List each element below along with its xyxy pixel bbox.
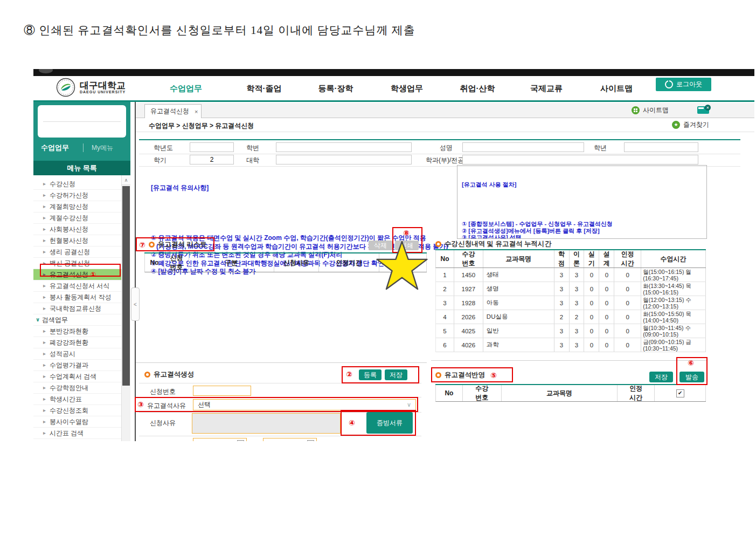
table-row: 6 4026 과학 3 3 0 0 0 금(09:00~10:15) 금(10:… xyxy=(435,338,706,352)
sidebar-section-search[interactable]: 검색업무 xyxy=(33,314,121,326)
col-credit: 학 점 xyxy=(554,250,570,268)
sidebar-item[interactable]: 수강신청조회 xyxy=(33,405,121,416)
reason-label: 유고결석사유 xyxy=(147,401,186,410)
close-window-icon[interactable] xyxy=(697,106,709,114)
nav-sitemap[interactable]: 사이트맵 xyxy=(600,84,633,94)
sidebar-collapse-button[interactable]: < xyxy=(131,287,140,321)
semester-label: 학기 xyxy=(154,156,167,165)
semester-input[interactable] xyxy=(190,155,234,164)
sidebar-tab-work[interactable]: 수업업무 xyxy=(41,143,69,153)
logo-title: 대구대학교 xyxy=(80,81,126,90)
delete-button[interactable]: 삭제 xyxy=(369,241,392,250)
detail-textarea[interactable] xyxy=(192,413,341,434)
sidebar-item[interactable]: 계절희망신청 xyxy=(33,201,121,212)
evidence-button[interactable]: 증빙서류 xyxy=(366,412,413,434)
studentno-input[interactable] xyxy=(276,142,412,152)
period-separator: ~ xyxy=(253,440,257,441)
col-check: ✔ xyxy=(655,385,706,401)
sidebar-tab-mymenu[interactable]: My메뉴 xyxy=(92,143,113,153)
sidebar-item[interactable]: 봉사이수열람 xyxy=(33,416,121,428)
college-input[interactable] xyxy=(276,155,412,164)
period-end-input[interactable] xyxy=(263,438,317,441)
scrollbar-thumb[interactable] xyxy=(122,186,130,386)
major-input[interactable] xyxy=(462,155,698,164)
college-label: 대학 xyxy=(246,156,259,165)
sidebar-item[interactable]: 유고결석신청서 서식 xyxy=(33,280,121,292)
create-section-title: 유고결석생성 xyxy=(154,370,194,379)
sidebar-item[interactable]: 사회봉사신청 xyxy=(33,224,121,235)
sidebar-item[interactable]: 수업평가결과 xyxy=(33,360,121,371)
table-row: 3 1928 아동 3 3 0 0 0 월(12:00~13:15) 수(12:… xyxy=(435,296,706,310)
nav-student[interactable]: 학생업무 xyxy=(391,84,423,94)
nav-records[interactable]: 학적·졸업 xyxy=(247,84,282,94)
save-button[interactable]: 저장 xyxy=(385,369,407,380)
nav-registration[interactable]: 등록·장학 xyxy=(318,84,353,94)
enroll-table: No 수강 번호 교과목명 학 점 이 론 실 기 설 계 인정 시간 수업시간… xyxy=(435,249,706,352)
sitemap-shortcut[interactable]: 사이트맵 xyxy=(632,106,669,115)
breadcrumb-row: 수업업무 > 신청업무 > 유고결석신청 ★ 즐겨찾기 xyxy=(136,118,754,132)
sidebar-item[interactable]: 수강허가신청 xyxy=(33,190,121,201)
notice-procedure-title: [유고결석 사용 절차] xyxy=(462,181,702,188)
sidebar-item[interactable]: 교과목개요(교과) xyxy=(33,439,121,441)
register-button[interactable]: 등록 xyxy=(359,369,382,380)
sidebar-item[interactable]: 수업계획서 검색 xyxy=(33,371,121,382)
nav-international[interactable]: 국제교류 xyxy=(530,84,563,94)
sidebar-item[interactable]: 생리 공결신청 xyxy=(33,246,121,258)
appno-input[interactable] xyxy=(193,386,251,396)
sidebar-item[interactable]: 수강신청 xyxy=(33,179,121,190)
scroll-up-button[interactable]: ∧ xyxy=(122,175,130,185)
sidebar-item[interactable]: 학생시간표 xyxy=(33,394,121,405)
favorite-shortcut[interactable]: ★ 즐겨찾기 xyxy=(672,120,709,129)
sidebar-scrollbar: ∧ xyxy=(121,175,130,441)
nav-career[interactable]: 취업·산학 xyxy=(460,84,495,94)
reason-select[interactable]: 선택 ∨ xyxy=(193,399,416,410)
calendar-icon xyxy=(237,440,244,442)
window-knob xyxy=(39,69,53,73)
enroll-table-body: 1 1450 생태 3 3 0 0 0 월(15:00~16:15) 월(16:… xyxy=(435,268,706,352)
col-practice: 실 기 xyxy=(584,250,599,268)
student-info-form: 학년도 학번 성명 학년 학기 대학 학과(부)/전공 xyxy=(139,139,740,166)
enroll-section-header: 수강신청내역 및 유고결석 누적시간 xyxy=(435,239,551,249)
sidebar-item[interactable]: 백신 공결신청 xyxy=(33,258,121,269)
apply-section-header: 유고결석반영 ⑤ xyxy=(435,371,497,380)
sidebar-item[interactable]: 성적공시 xyxy=(33,348,121,360)
sidebar-item[interactable]: 수강학점안내 xyxy=(33,382,121,394)
list-section-header: ⑦ 유고결석 리스트 xyxy=(139,240,207,249)
col-category: 구분 xyxy=(189,253,274,272)
sidebar-item[interactable]: 봉사 활동계획서 작성 xyxy=(33,292,121,303)
sidebar-info-box xyxy=(38,105,126,138)
nav-classes[interactable]: 수업업무 xyxy=(170,84,202,94)
sidebar-item[interactable]: 계절수강신청 xyxy=(33,212,121,224)
print-button[interactable]: 인쇄 xyxy=(395,241,419,250)
annotation-4: ④ xyxy=(349,419,355,427)
header: 대구대학교 DAEGU UNIVERSITY 수업업무 학적·졸업 등록·장학 … xyxy=(33,76,754,100)
sidebar-item-absence-application[interactable]: 유고결석신청① xyxy=(33,269,121,280)
send-button[interactable]: 발송 xyxy=(679,372,704,382)
period-start-input[interactable] xyxy=(193,438,247,441)
logout-button[interactable]: 로그아웃 xyxy=(656,78,711,91)
apply-save-button[interactable]: 저장 xyxy=(649,372,673,382)
sidebar-item[interactable]: 국내학점교류신청 xyxy=(33,303,121,314)
table-row: 2 1927 생명 3 3 0 0 0 화(13:30~14:45) 목(15:… xyxy=(435,282,706,296)
app-window: 대구대학교 DAEGU UNIVERSITY 수업업무 학적·졸업 등록·장학 … xyxy=(33,69,754,441)
sidebar-item[interactable]: 시간표 검색 xyxy=(33,428,121,439)
sitemap-icon xyxy=(632,106,640,114)
sidebar: 수업업무 My메뉴 메뉴 목록 수강신청수강허가신청계절희망신청계절수강신청사회… xyxy=(33,102,130,441)
close-icon[interactable]: × xyxy=(195,108,198,115)
sidebar-item[interactable]: 폐강강좌현황 xyxy=(33,337,121,348)
apply-table: No 수강 번호 교과목명 인정 시간 ✔ xyxy=(435,384,706,402)
year-input[interactable] xyxy=(190,142,234,152)
col-no: No xyxy=(145,253,164,272)
major-label: 학과(부)/전공 xyxy=(426,156,464,165)
select-all-checkbox[interactable]: ✔ xyxy=(676,389,684,397)
grade-input[interactable] xyxy=(624,142,698,152)
calendar-icon xyxy=(307,440,314,442)
sidebar-item[interactable]: 헌혈봉사신청 xyxy=(33,235,121,246)
browser-top-strip xyxy=(33,69,754,76)
sidebar-item[interactable]: 분반강좌현황 xyxy=(33,326,121,337)
period-label: 인정기간 xyxy=(150,440,176,441)
apply-header-row: No 수강 번호 교과목명 인정 시간 ✔ xyxy=(435,385,706,402)
name-input[interactable] xyxy=(462,142,584,152)
tab-absence-application[interactable]: 유고결석신청 × xyxy=(144,104,202,118)
tab-label: 유고결석신청 xyxy=(150,107,189,116)
